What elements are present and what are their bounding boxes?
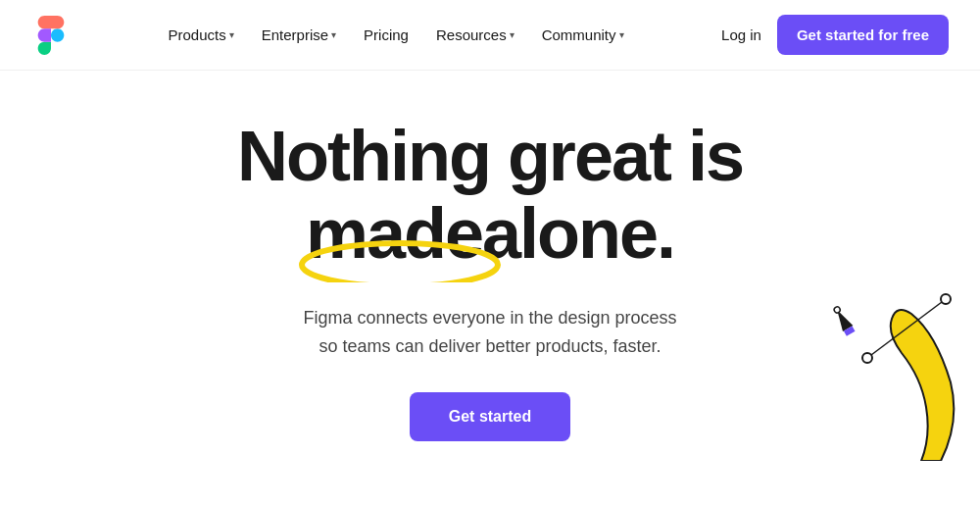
hero-sub-line2: so teams can deliver better products, fa…: [318, 336, 661, 356]
nav-label-community: Community: [542, 26, 616, 43]
hero-section: Nothing great is madealone. Figma connec…: [0, 71, 980, 441]
pen-tool-illustration: [784, 265, 980, 461]
nav-item-resources[interactable]: Resources ▾: [426, 21, 524, 49]
chevron-down-icon: ▾: [229, 29, 234, 40]
headline-line1: Nothing great is: [237, 117, 743, 195]
svg-rect-4: [844, 326, 856, 335]
headline-alone: alone.: [482, 194, 674, 273]
headline-line2: madealone.: [306, 195, 674, 273]
svg-point-3: [941, 294, 951, 304]
chevron-down-icon: ▾: [619, 29, 624, 40]
nav-right: Log in Get started for free: [721, 15, 949, 55]
nav-label-resources: Resources: [436, 26, 507, 43]
nav-links: Products ▾ Enterprise ▾ Pricing Resource…: [159, 21, 634, 49]
nav-item-pricing[interactable]: Pricing: [354, 21, 418, 49]
nav-item-community[interactable]: Community ▾: [532, 21, 634, 49]
chevron-down-icon: ▾: [510, 29, 514, 40]
nav-link-products[interactable]: Products ▾: [159, 21, 244, 49]
nav-label-pricing: Pricing: [364, 26, 409, 43]
nav-item-products[interactable]: Products ▾: [159, 21, 244, 49]
get-started-button[interactable]: Get started: [410, 392, 570, 441]
figma-logo-icon: [31, 16, 71, 55]
headline-made: made: [306, 194, 482, 273]
chevron-down-icon: ▾: [331, 29, 336, 40]
svg-line-1: [867, 299, 946, 358]
hero-sub-line1: Figma connects everyone in the design pr…: [303, 308, 676, 328]
hero-subtext: Figma connects everyone in the design pr…: [303, 304, 676, 361]
hero-headline: Nothing great is madealone.: [237, 118, 743, 273]
svg-point-2: [862, 353, 872, 363]
nav-item-enterprise[interactable]: Enterprise ▾: [252, 21, 346, 49]
illustration: [784, 265, 980, 461]
svg-point-5: [833, 306, 841, 314]
nav-link-pricing[interactable]: Pricing: [354, 21, 418, 49]
nav-label-products: Products: [169, 26, 226, 43]
logo[interactable]: [31, 16, 71, 55]
login-link[interactable]: Log in: [721, 26, 761, 43]
nav-link-resources[interactable]: Resources ▾: [426, 21, 524, 49]
nav-link-community[interactable]: Community ▾: [532, 21, 634, 49]
get-started-free-button[interactable]: Get started for free: [777, 15, 949, 55]
nav-link-enterprise[interactable]: Enterprise ▾: [252, 21, 346, 49]
nav-label-enterprise: Enterprise: [262, 26, 328, 43]
navbar: Products ▾ Enterprise ▾ Pricing Resource…: [0, 0, 980, 71]
